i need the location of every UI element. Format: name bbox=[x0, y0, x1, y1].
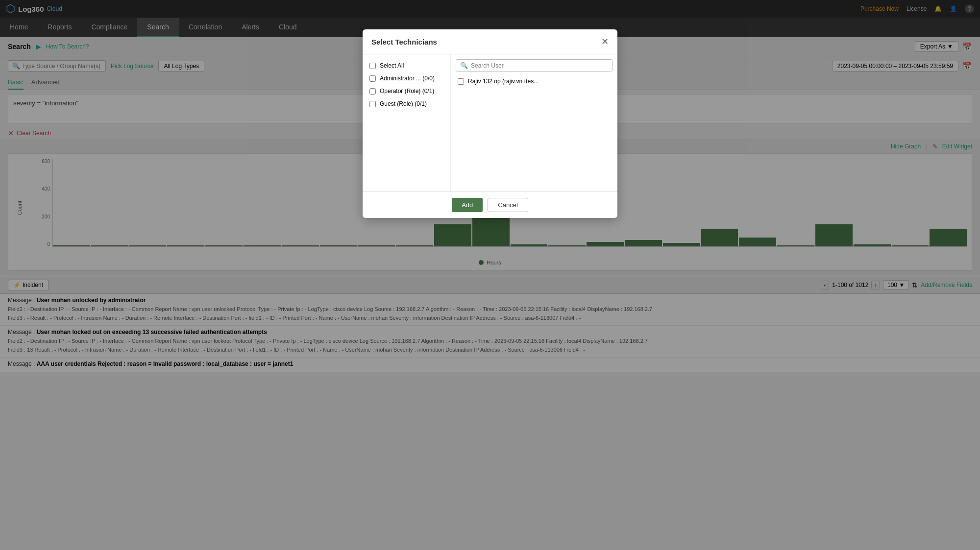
user-search-icon: 🔍 bbox=[460, 62, 468, 69]
add-button[interactable]: Add bbox=[452, 198, 483, 212]
modal-left-panel: Select All Administrator ... (0/0) Opera… bbox=[363, 54, 451, 191]
administrator-item[interactable]: Administrator ... (0/0) bbox=[363, 72, 450, 85]
administrator-label: Administrator ... (0/0) bbox=[380, 75, 435, 82]
user-search-wrap: 🔍 bbox=[456, 59, 612, 72]
guest-item[interactable]: Guest (Role) (0/1) bbox=[363, 97, 450, 110]
user-item-rajiv[interactable]: Rajiv 132 op (rajiv.vn+tes... bbox=[456, 75, 612, 87]
select-all-label: Select All bbox=[380, 62, 404, 69]
operator-checkbox[interactable] bbox=[369, 88, 376, 95]
select-technicians-modal: Select Technicians ✕ Select All Administ… bbox=[363, 29, 617, 218]
modal-right-panel: 🔍 Rajiv 132 op (rajiv.vn+tes... bbox=[451, 54, 617, 191]
modal-body: Select All Administrator ... (0/0) Opera… bbox=[363, 54, 617, 191]
modal-footer: Add Cancel bbox=[363, 191, 617, 218]
user-checkbox-rajiv[interactable] bbox=[458, 78, 464, 85]
select-all-checkbox[interactable] bbox=[369, 63, 376, 69]
modal-title: Select Technicians bbox=[371, 38, 437, 46]
user-label-rajiv: Rajiv 132 op (rajiv.vn+tes... bbox=[468, 78, 539, 85]
modal-close-button[interactable]: ✕ bbox=[601, 36, 609, 47]
operator-item[interactable]: Operator (Role) (0/1) bbox=[363, 85, 450, 97]
cancel-button[interactable]: Cancel bbox=[488, 198, 528, 212]
guest-checkbox[interactable] bbox=[369, 101, 376, 107]
guest-label: Guest (Role) (0/1) bbox=[380, 100, 427, 107]
modal-header: Select Technicians ✕ bbox=[363, 29, 617, 54]
modal-overlay: Select Technicians ✕ Select All Administ… bbox=[0, 0, 980, 550]
user-search-input[interactable] bbox=[471, 62, 608, 69]
select-all-item[interactable]: Select All bbox=[363, 59, 450, 72]
administrator-checkbox[interactable] bbox=[369, 75, 376, 82]
operator-label: Operator (Role) (0/1) bbox=[380, 88, 434, 95]
